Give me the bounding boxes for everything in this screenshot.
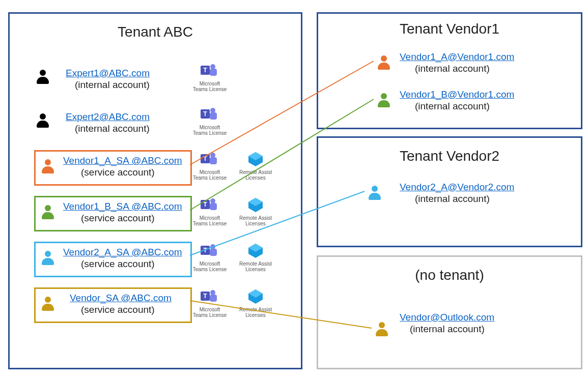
- remote-assist-license-icon: Remote Assist Licenses: [238, 151, 273, 181]
- person-icon: [40, 205, 55, 220]
- svg-point-22: [210, 244, 215, 249]
- svg-rect-23: [210, 249, 217, 256]
- svg-text:T: T: [203, 247, 207, 254]
- person-icon: [40, 297, 55, 312]
- svg-text:T: T: [203, 293, 207, 300]
- tenant-vendor2-box: Tenant Vendor2 Vendor2_A@Vendor2.com (in…: [317, 136, 582, 247]
- svg-text:T: T: [203, 67, 207, 74]
- svg-rect-7: [210, 112, 217, 120]
- person-icon: [40, 251, 55, 266]
- user-link-vendor-outlook[interactable]: Vendor@Outlook.com: [400, 312, 494, 323]
- remote-assist-license-icon: Remote Assist Licenses: [238, 288, 273, 318]
- user-link-vendor1-b-sa[interactable]: Vendor1_B_SA @ABC.com: [63, 201, 182, 212]
- teams-license-icon: T Microsoft Teams License: [192, 197, 228, 226]
- user-link-vendor1-a-sa[interactable]: Vendor1_A_SA @ABC.com: [63, 155, 182, 166]
- user-sub-expert2: (internal account): [75, 123, 150, 134]
- tenant-vendor2-title: Tenant Vendor2: [318, 148, 581, 164]
- teams-license-icon: T Microsoft Teams License: [192, 151, 228, 181]
- svg-text:T: T: [203, 110, 207, 118]
- remote-assist-license-icon: Remote Assist Licenses: [238, 197, 273, 226]
- teams-license-icon: T Microsoft Teams License: [192, 288, 228, 318]
- tenant-abc-box: Tenant ABC Expert1@ABC.com (internal acc…: [8, 12, 302, 369]
- no-tenant-box: (no tenant) Vendor@Outlook.com (internal…: [317, 255, 582, 369]
- tenant-vendor1-title: Tenant Vendor1: [318, 21, 581, 37]
- svg-text:T: T: [203, 201, 207, 208]
- svg-text:T: T: [203, 155, 207, 162]
- user-link-expert2[interactable]: Expert2@ABC.com: [66, 111, 150, 123]
- svg-rect-11: [210, 157, 217, 164]
- user-link-vendor2-a-sa[interactable]: Vendor2_A_SA @ABC.com: [63, 247, 182, 258]
- svg-rect-17: [210, 203, 217, 210]
- person-icon: [374, 322, 389, 337]
- user-link-vendor1-b[interactable]: Vendor1_B@Vendor1.com: [400, 89, 514, 100]
- no-tenant-title: (no tenant): [318, 267, 581, 283]
- user-link-expert1[interactable]: Expert1@ABC.com: [66, 68, 150, 79]
- teams-license-icon: T Microsoft Teams License: [192, 106, 228, 136]
- person-icon: [376, 93, 391, 108]
- remote-assist-license-icon: Remote Assist Licenses: [238, 243, 273, 272]
- person-icon: [367, 186, 382, 201]
- user-link-vendor-sa[interactable]: Vendor_SA @ABC.com: [70, 293, 172, 304]
- svg-rect-29: [210, 295, 217, 302]
- tenant-vendor1-box: Tenant Vendor1 Vendor1_A@Vendor1.com (in…: [317, 12, 582, 129]
- teams-license-icon: T Microsoft Teams License: [192, 243, 228, 272]
- person-icon: [40, 159, 55, 174]
- user-sub-vendor-outlook: (internal account): [410, 324, 485, 335]
- user-sub-vendor2-a: (internal account): [415, 193, 490, 205]
- user-link-vendor1-a[interactable]: Vendor1_A@Vendor1.com: [400, 51, 514, 63]
- svg-point-10: [210, 153, 215, 158]
- svg-point-2: [210, 64, 215, 69]
- user-sub-vendor1-b: (internal account): [415, 101, 490, 112]
- user-sub-vendor1-b-sa: (service account): [81, 213, 155, 224]
- user-sub-expert1: (internal account): [75, 79, 150, 91]
- svg-point-16: [210, 198, 215, 203]
- svg-rect-3: [210, 69, 217, 76]
- person-icon: [35, 113, 50, 129]
- person-icon: [35, 70, 50, 85]
- svg-point-6: [210, 108, 215, 113]
- user-sub-vendor-sa: (service account): [81, 304, 155, 315]
- tenant-abc-title: Tenant ABC: [10, 24, 301, 40]
- teams-license-icon: T Microsoft Teams License: [192, 63, 228, 92]
- person-icon: [376, 55, 391, 71]
- svg-point-28: [210, 290, 215, 295]
- user-sub-vendor1-a: (internal account): [415, 63, 490, 74]
- user-sub-vendor2-a-sa: (service account): [81, 258, 155, 270]
- user-link-vendor2-a[interactable]: Vendor2_A@Vendor2.com: [400, 182, 514, 193]
- user-sub-vendor1-a-sa: (service account): [81, 167, 155, 178]
- diagram-canvas: Tenant ABC Expert1@ABC.com (internal acc…: [0, 0, 588, 379]
